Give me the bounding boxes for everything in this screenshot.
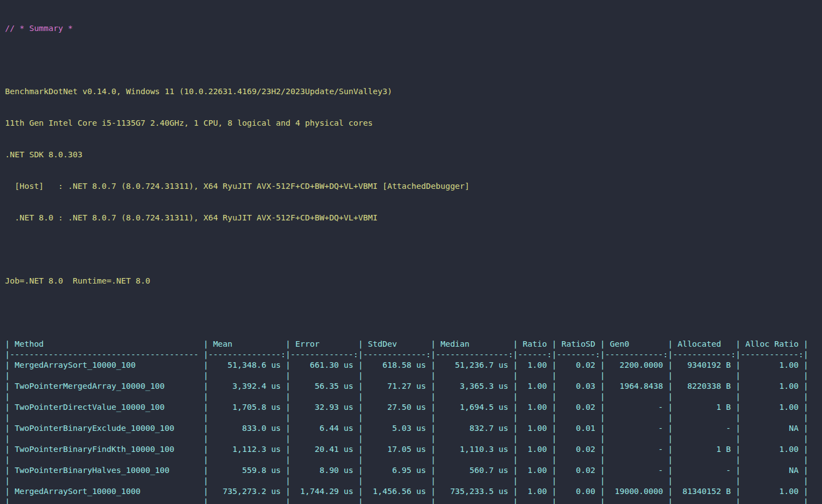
summary-title: // * Summary *: [5, 23, 822, 34]
env-line-runtime: .NET 8.0 : .NET 8.0.7 (8.0.724.31311), X…: [5, 213, 822, 223]
env-line-sdk: .NET SDK 8.0.303: [5, 150, 822, 160]
blank-line: [5, 55, 822, 65]
terminal-window: // * Summary * BenchmarkDotNet v0.14.0, …: [0, 0, 822, 504]
job-line: Job=.NET 8.0 Runtime=.NET 8.0: [5, 276, 822, 286]
benchmark-table: | Method | Mean | Error | StdDev | Media…: [5, 339, 822, 504]
env-line-host: [Host] : .NET 8.0.7 (8.0.724.31311), X64…: [5, 181, 822, 192]
env-line-cpu: 11th Gen Intel Core i5-1135G7 2.40GHz, 1…: [5, 118, 822, 128]
blank-line: [5, 244, 822, 255]
blank-line: [5, 307, 822, 318]
env-line-benchmarkdotnet: BenchmarkDotNet v0.14.0, Windows 11 (10.…: [5, 86, 822, 97]
